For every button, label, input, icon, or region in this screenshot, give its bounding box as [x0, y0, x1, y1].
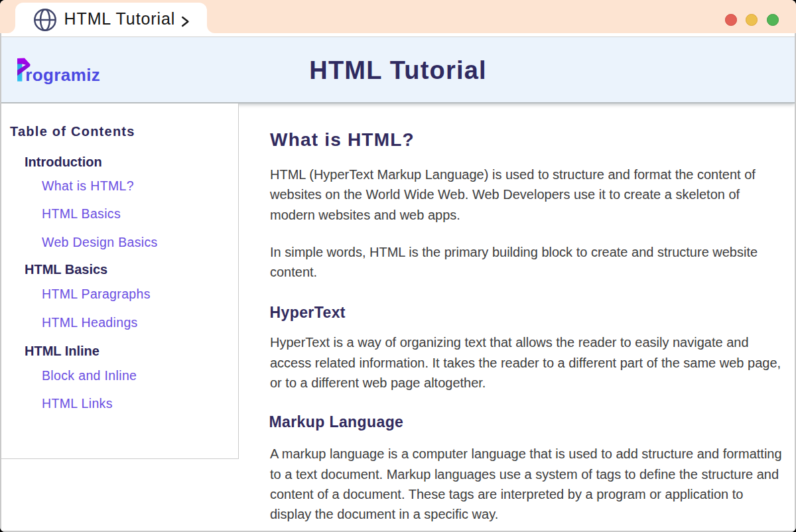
svg-text:rogramiz: rogramiz [25, 65, 100, 85]
